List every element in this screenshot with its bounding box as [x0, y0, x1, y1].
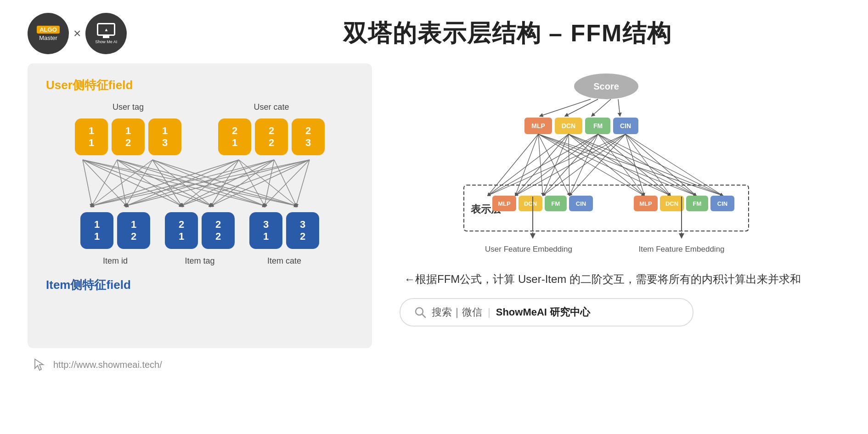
svg-line-40	[618, 99, 620, 116]
showme-logo: Show Me AI	[85, 13, 127, 54]
user-tag-group: User tag 11 12 13	[75, 102, 181, 155]
user-tag-node-2: 12	[112, 118, 145, 155]
user-cate-node-1: 21	[218, 118, 251, 155]
search-icon	[414, 306, 426, 318]
svg-text:Item Feature Embedding: Item Feature Embedding	[638, 245, 724, 254]
item-cate-node-1: 31	[249, 212, 282, 249]
right-panel: Score MLP DCN FM CIN	[400, 63, 840, 419]
svg-line-39	[592, 99, 611, 116]
svg-text:MLP: MLP	[639, 200, 652, 207]
item-id-label: Item id	[103, 256, 128, 266]
algo-master-logo: ALGO Master	[28, 13, 69, 54]
arrows-svg	[46, 155, 354, 210]
bottom-fields-row: 11 12 Item id 21 22 Item tag 31	[46, 212, 354, 269]
user-field-label: User侧特征field	[46, 77, 354, 93]
item-tag-nodes: 21 22	[165, 212, 235, 249]
svg-line-38	[565, 99, 598, 116]
item-cate-label: Item cate	[267, 256, 301, 266]
svg-line-80	[626, 134, 723, 196]
user-cate-label: User cate	[254, 102, 289, 112]
svg-text:CIN: CIN	[717, 200, 727, 207]
user-tag-label: User tag	[113, 102, 144, 112]
search-box[interactable]: 搜索｜微信 | ShowMeAI 研究中心	[400, 298, 693, 327]
svg-line-106	[422, 314, 425, 317]
user-tag-nodes: 11 12 13	[75, 118, 181, 155]
svg-text:DCN: DCN	[665, 200, 678, 207]
svg-text:DCN: DCN	[524, 200, 537, 207]
svg-line-60	[569, 134, 569, 196]
svg-line-79	[626, 134, 696, 196]
svg-line-74	[515, 134, 626, 196]
item-id-node-1: 11	[80, 212, 113, 249]
diagram-box: User侧特征field User tag 11 12 13 User cate	[28, 63, 372, 348]
header: ALGO Master × Show Me AI 双塔的表示层结构 – FFM结…	[0, 0, 868, 59]
user-tag-node-1: 11	[75, 118, 108, 155]
logos-area: ALGO Master × Show Me AI	[28, 13, 175, 54]
svg-line-50	[515, 134, 538, 196]
footer-url: http://www.showmeai.tech/	[53, 360, 162, 370]
item-id-node-2: 12	[117, 212, 150, 249]
user-cate-node-3: 23	[292, 118, 325, 155]
left-panel: User侧特征field User tag 11 12 13 User cate	[28, 63, 372, 419]
main-content: User侧特征field User tag 11 12 13 User cate	[0, 59, 868, 428]
svg-text:FM: FM	[693, 200, 702, 207]
logo-x: ×	[73, 26, 81, 41]
page-title: 双塔的表示层结构 – FFM结构	[175, 17, 840, 50]
svg-text:FM: FM	[593, 122, 603, 130]
showme-text: Show Me AI	[95, 39, 117, 44]
top-fields-row: User tag 11 12 13 User cate 21 22 23	[46, 102, 354, 155]
ffm-svg: Score MLP DCN FM CIN	[400, 68, 813, 279]
master-text: Master	[39, 34, 57, 41]
cursor-icon	[32, 357, 47, 372]
user-tag-node-3: 13	[148, 118, 181, 155]
svg-line-21	[211, 160, 239, 206]
svg-line-37	[540, 99, 591, 116]
search-brand: ShowMeAI 研究中心	[496, 305, 590, 319]
ffm-diagram: Score MLP DCN FM CIN	[400, 68, 840, 279]
item-id-nodes: 11 12	[80, 212, 150, 249]
svg-text:CIN: CIN	[620, 122, 631, 130]
svg-text:DCN: DCN	[562, 122, 575, 130]
item-cate-nodes: 31 32	[249, 212, 319, 249]
svg-line-0	[83, 160, 92, 206]
item-cate-node-2: 32	[286, 212, 319, 249]
svg-text:CIN: CIN	[576, 200, 586, 207]
item-tag-group: 21 22 Item tag	[165, 212, 235, 269]
search-prefix: 搜索｜微信	[432, 305, 482, 319]
svg-text:FM: FM	[552, 200, 560, 207]
algo-text: ALGO	[37, 26, 60, 34]
svg-text:Score: Score	[593, 81, 619, 91]
svg-text:MLP: MLP	[531, 122, 545, 130]
item-tag-label: Item tag	[185, 256, 214, 266]
user-cate-node-2: 22	[255, 118, 288, 155]
user-cate-group: User cate 21 22 23	[218, 102, 325, 155]
item-id-group: 11 12 Item id	[80, 212, 150, 269]
item-field-label: Item侧特征field	[46, 277, 354, 293]
svg-text:User Feature Embedding: User Feature Embedding	[485, 245, 572, 254]
monitor-icon	[97, 23, 115, 36]
user-cate-nodes: 21 22 23	[218, 118, 325, 155]
svg-line-49	[488, 134, 538, 196]
search-divider: |	[488, 306, 490, 318]
svg-line-56	[538, 134, 723, 196]
item-tag-node-2: 22	[202, 212, 235, 249]
item-tag-node-1: 21	[165, 212, 198, 249]
item-cate-group: 31 32 Item cate	[249, 212, 319, 269]
svg-text:MLP: MLP	[498, 200, 511, 207]
footer-link: http://www.showmeai.tech/	[28, 348, 372, 372]
